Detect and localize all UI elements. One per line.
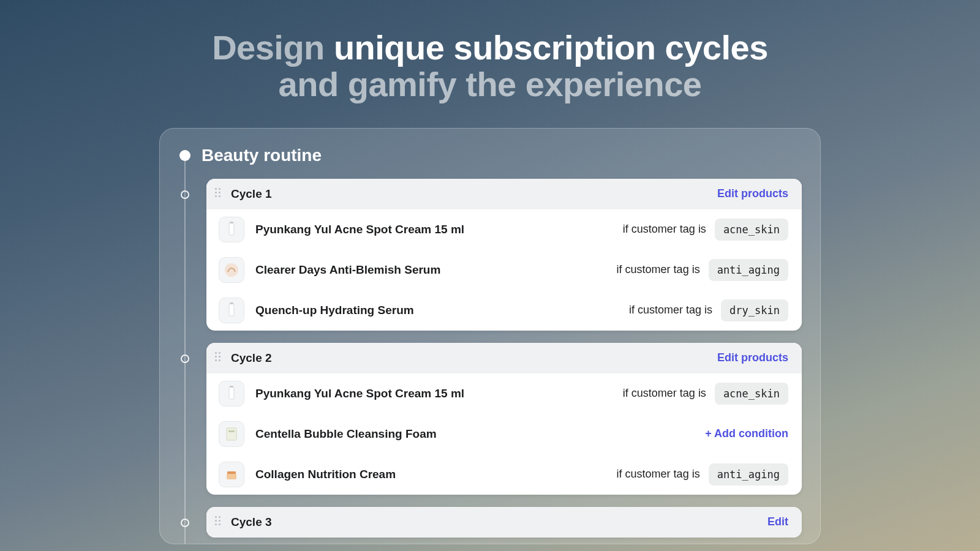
product-name: Clearer Days Anti-Blemish Serum bbox=[255, 263, 617, 277]
svg-rect-3 bbox=[229, 304, 234, 316]
customer-tag-chip: anti_aging bbox=[709, 259, 788, 281]
routine-panel: Beauty routine Cycle 1Edit productsPyunk… bbox=[159, 128, 821, 544]
drag-handle-icon[interactable] bbox=[215, 188, 224, 200]
cycle-title: Cycle 2 bbox=[231, 351, 717, 365]
cycle-header: Cycle 1Edit products bbox=[206, 179, 802, 209]
product-thumbnail bbox=[219, 257, 244, 283]
product-name: Quench-up Hydrating Serum bbox=[255, 304, 629, 317]
customer-tag-chip: dry_skin bbox=[721, 299, 788, 321]
svg-rect-1 bbox=[230, 222, 233, 223]
svg-rect-6 bbox=[230, 386, 233, 388]
timeline-node bbox=[181, 354, 189, 363]
hero-prefix: Design bbox=[212, 28, 325, 67]
cycle-header: Cycle 3Edit bbox=[206, 507, 802, 538]
svg-rect-0 bbox=[229, 223, 234, 235]
svg-point-2 bbox=[225, 263, 238, 277]
product-row: Pyunkang Yul Acne Spot Cream 15 mlif cus… bbox=[206, 373, 802, 414]
edit-products-link[interactable]: Edit bbox=[767, 515, 788, 528]
routine-title: Beauty routine bbox=[202, 146, 322, 165]
product-thumbnail bbox=[219, 381, 244, 407]
customer-tag-chip: acne_skin bbox=[715, 219, 788, 241]
svg-rect-10 bbox=[227, 471, 236, 474]
cycle-title: Cycle 1 bbox=[231, 187, 717, 201]
product-row: Centella Bubble Cleansing Foam+ Add cond… bbox=[206, 414, 802, 454]
hero-line2: and gamify the experience bbox=[279, 65, 702, 103]
condition-label: if customer tag is bbox=[617, 263, 700, 276]
product-row: Collagen Nutrition Creamif customer tag … bbox=[206, 454, 802, 495]
cycle-title: Cycle 3 bbox=[231, 515, 767, 529]
cycle-header: Cycle 2Edit products bbox=[206, 343, 802, 373]
product-thumbnail bbox=[219, 298, 244, 323]
svg-rect-9 bbox=[227, 473, 236, 479]
condition-label: if customer tag is bbox=[617, 468, 700, 481]
timeline-line bbox=[184, 157, 186, 544]
svg-rect-4 bbox=[230, 302, 233, 304]
condition-label: if customer tag is bbox=[623, 387, 706, 400]
hero-strong: unique subscription cycles bbox=[334, 28, 768, 67]
cycle-card: Cycle 1Edit productsPyunkang Yul Acne Sp… bbox=[206, 179, 802, 331]
edit-products-link[interactable]: Edit products bbox=[717, 187, 788, 200]
product-name: Collagen Nutrition Cream bbox=[255, 468, 617, 481]
product-row: Clearer Days Anti-Blemish Serumif custom… bbox=[206, 250, 802, 290]
svg-rect-7 bbox=[227, 428, 236, 440]
cycle-card: Cycle 3Edit bbox=[206, 507, 802, 538]
cycle-card: Cycle 2Edit productsPyunkang Yul Acne Sp… bbox=[206, 343, 802, 495]
svg-rect-8 bbox=[228, 430, 235, 432]
add-condition-link[interactable]: + Add condition bbox=[705, 427, 788, 440]
customer-tag-chip: anti_aging bbox=[709, 463, 788, 485]
timeline-node bbox=[181, 190, 189, 199]
condition-label: if customer tag is bbox=[629, 304, 712, 317]
product-row: Quench-up Hydrating Serumif customer tag… bbox=[206, 290, 802, 331]
drag-handle-icon[interactable] bbox=[215, 352, 224, 364]
product-row: Pyunkang Yul Acne Spot Cream 15 mlif cus… bbox=[206, 209, 802, 250]
svg-rect-5 bbox=[229, 387, 234, 399]
product-name: Pyunkang Yul Acne Spot Cream 15 ml bbox=[255, 223, 623, 236]
product-name: Pyunkang Yul Acne Spot Cream 15 ml bbox=[255, 387, 623, 400]
product-name: Centella Bubble Cleansing Foam bbox=[255, 427, 705, 441]
condition-label: if customer tag is bbox=[623, 223, 706, 236]
product-thumbnail bbox=[219, 462, 244, 487]
edit-products-link[interactable]: Edit products bbox=[717, 351, 788, 364]
product-thumbnail bbox=[219, 217, 244, 242]
customer-tag-chip: acne_skin bbox=[715, 383, 788, 405]
hero-heading: Design unique subscription cycles and ga… bbox=[0, 0, 980, 128]
drag-handle-icon[interactable] bbox=[215, 516, 224, 528]
product-thumbnail bbox=[219, 421, 244, 447]
timeline-node bbox=[181, 519, 189, 527]
